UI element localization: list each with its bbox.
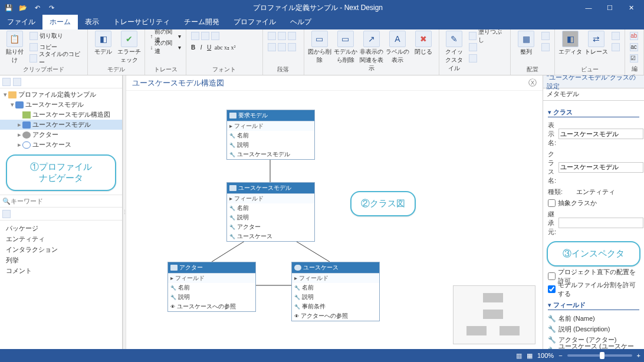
close-icon[interactable]: ✕ bbox=[620, 0, 642, 15]
status-bar: ▥ ▦ 100% − + bbox=[0, 349, 644, 362]
diagram-title: ユースケースモデル構造図 bbox=[132, 78, 224, 88]
type-list: パッケージ エンティティ インタラクション 列挙 コメント bbox=[0, 221, 122, 278]
tree-item[interactable]: ユースケースモデル構造図 bbox=[0, 110, 122, 120]
undo-icon[interactable]: ↶ bbox=[31, 1, 44, 14]
usecase-icon bbox=[294, 265, 301, 271]
show-hidden-button[interactable]: ↗非表示の関連を表示 bbox=[360, 31, 383, 73]
next-relation-button[interactable]: ↓ 次の関連 ▾ bbox=[149, 42, 182, 52]
callout-diagram: ②クラス図 bbox=[350, 191, 416, 216]
profile-navigator: ▾プロファイル定義サンプル ▾ユースケースモデル ユースケースモデル構造図 ▸ユ… bbox=[0, 75, 123, 349]
display-name-input[interactable] bbox=[558, 129, 643, 139]
redo-icon[interactable]: ↷ bbox=[45, 1, 58, 14]
zoom-in-icon[interactable]: + bbox=[637, 352, 640, 359]
types-toolbar-icon[interactable] bbox=[2, 210, 11, 218]
type-entity[interactable]: エンティティ bbox=[4, 233, 119, 244]
inherit-input[interactable] bbox=[558, 218, 643, 228]
node-usecase[interactable]: ユースケース ▸ フィールド 🔧名前 🔧説明 🔧事前条件 👁アクターへの参照 bbox=[291, 262, 380, 321]
diagram-canvas[interactable]: 要求モデル ▸ フィールド 🔧名前 🔧説明 🔧ユースケースモデル ユースケースモ… bbox=[126, 91, 543, 349]
refresh-icon[interactable] bbox=[2, 78, 11, 86]
align-button[interactable]: ▦整列 bbox=[514, 31, 538, 56]
delete-from-model-button[interactable]: ▭モデルから削除 bbox=[334, 31, 357, 64]
inspector-title: "ユースケースモデル"クラスの設定 bbox=[543, 75, 644, 88]
section-class[interactable]: クラス bbox=[548, 108, 639, 117]
section-field[interactable]: フィールド bbox=[548, 301, 639, 310]
navigator-tree: ▾プロファイル定義サンプル ▾ユースケースモデル ユースケースモデル構造図 ▸ユ… bbox=[0, 88, 122, 151]
copy-icon bbox=[29, 43, 38, 51]
callout-navigator: ①プロファイル ナビゲータ bbox=[6, 154, 116, 191]
keyword-input[interactable] bbox=[11, 198, 120, 205]
minimap[interactable] bbox=[453, 285, 535, 344]
tree-item-selected[interactable]: ▸ユースケースモデル bbox=[0, 120, 122, 130]
class-name-input[interactable] bbox=[558, 162, 643, 173]
cut-button[interactable]: 切り取り bbox=[28, 31, 84, 41]
navigator-toolbar bbox=[0, 75, 122, 88]
style-copy-button[interactable]: スタイルのコピー bbox=[28, 53, 84, 64]
entity-icon bbox=[229, 113, 236, 119]
delete-from-diagram-button[interactable]: ▭図から削除 bbox=[308, 31, 331, 64]
kind-value: エンティティ bbox=[576, 187, 615, 196]
view-icon[interactable]: ▦ bbox=[527, 352, 533, 360]
node-actor[interactable]: アクター ▸ フィールド 🔧名前 🔧説明 👁ユースケースへの参照 bbox=[167, 262, 256, 312]
type-package[interactable]: パッケージ bbox=[4, 223, 119, 233]
brush-icon bbox=[29, 54, 37, 62]
node-usecase-model[interactable]: ユースケースモデル ▸ フィールド 🔧名前 🔧説明 🔧アクター 🔧ユースケース bbox=[226, 182, 315, 242]
diagram-close-icon[interactable]: ⓧ bbox=[528, 78, 537, 88]
field-list: 🔧 名前 (Name) 🔧 説明 (Description) 🔧 アクター (ア… bbox=[548, 314, 639, 349]
menubar: ファイル ホーム 表示 トレーサビリティ チーム開発 プロファイル ヘルプ bbox=[0, 15, 644, 29]
editor-button[interactable]: ◧エディタ bbox=[558, 31, 582, 56]
type-comment[interactable]: コメント bbox=[4, 265, 119, 276]
entity-icon bbox=[229, 185, 236, 191]
type-interaction[interactable]: インタラクション bbox=[4, 244, 119, 255]
field-item[interactable]: 🔧 説明 (Description) bbox=[548, 324, 639, 335]
allow-split-checkbox[interactable] bbox=[548, 285, 556, 293]
tree-item[interactable]: ▾ユースケースモデル bbox=[0, 100, 122, 110]
maximize-icon[interactable]: ☐ bbox=[599, 0, 620, 15]
zoom-value: 100% bbox=[537, 352, 554, 359]
fill-button[interactable]: 塗りつぶし bbox=[468, 31, 507, 41]
actor-icon bbox=[170, 265, 178, 271]
diagram-column: ユースケースモデル構造図 ⓧ 要求モデル ▸ フィールド 🔧名前 🔧説明 🔧ユー… bbox=[126, 75, 543, 349]
type-enum[interactable]: 列挙 bbox=[4, 255, 119, 265]
tab-trace[interactable]: トレーサビリティ bbox=[106, 15, 177, 29]
trace-view-button[interactable]: ⇄トレース bbox=[584, 31, 608, 56]
node-requirement-model[interactable]: 要求モデル ▸ フィールド 🔧名前 🔧説明 🔧ユースケースモデル bbox=[226, 110, 315, 160]
error-check-button[interactable]: ✔エラーチェック bbox=[117, 31, 141, 64]
tab-file[interactable]: ファイル bbox=[0, 15, 42, 29]
zoom-slider[interactable] bbox=[567, 354, 632, 357]
zoom-out-icon[interactable]: − bbox=[558, 352, 562, 359]
field-item[interactable]: 🔧 ユースケース (ユースケース) bbox=[548, 345, 639, 349]
paste-button[interactable]: 📋貼り付け bbox=[4, 31, 26, 64]
collapse-icon[interactable] bbox=[13, 78, 21, 86]
tab-help[interactable]: ヘルプ bbox=[283, 15, 318, 29]
search-icon: 🔍 bbox=[2, 198, 11, 205]
model-button[interactable]: ◧モデル bbox=[91, 31, 115, 56]
window-title: プロファイル定義サンプル - Next Design bbox=[58, 3, 578, 13]
tab-home[interactable]: ホーム bbox=[42, 15, 78, 29]
place-direct-checkbox[interactable] bbox=[548, 272, 556, 280]
minimize-icon[interactable]: — bbox=[578, 0, 599, 15]
save-icon[interactable]: 💾 bbox=[2, 1, 15, 14]
tree-root[interactable]: ▾プロファイル定義サンプル bbox=[0, 90, 122, 100]
tree-item[interactable]: ▸アクター bbox=[0, 130, 122, 140]
tree-item[interactable]: ▸ユースケース bbox=[0, 140, 122, 150]
paintbucket-icon bbox=[469, 32, 477, 40]
close-diagram-button[interactable]: ✖閉じる bbox=[412, 31, 435, 56]
scissors-icon bbox=[29, 32, 38, 40]
quick-style-button[interactable]: ✎クイックスタイル bbox=[443, 31, 465, 73]
tab-team[interactable]: チーム開発 bbox=[177, 15, 226, 29]
open-icon[interactable]: 📂 bbox=[17, 1, 29, 14]
ribbon: 📋貼り付け 切り取り コピー スタイルのコピー クリップボード ◧モデル ✔エラ… bbox=[0, 29, 644, 75]
tab-profile[interactable]: プロファイル bbox=[226, 15, 283, 29]
view-icon[interactable]: ▥ bbox=[516, 352, 522, 360]
titlebar: 💾 📂 ↶ ↷ プロファイル定義サンプル - Next Design — ☐ ✕ bbox=[0, 0, 644, 15]
inspector: "ユースケースモデル"クラスの設定 メタモデル クラス 表示名: クラス名: 種… bbox=[543, 75, 644, 349]
show-label-button[interactable]: Aラベルの表示 bbox=[386, 31, 409, 64]
abstract-checkbox[interactable] bbox=[548, 199, 556, 207]
tab-view[interactable]: 表示 bbox=[78, 15, 106, 29]
inspector-tab-metamodel[interactable]: メタモデル bbox=[543, 88, 644, 101]
field-item[interactable]: 🔧 名前 (Name) bbox=[548, 314, 639, 324]
callout-inspector: ③インスペクタ bbox=[547, 241, 640, 266]
